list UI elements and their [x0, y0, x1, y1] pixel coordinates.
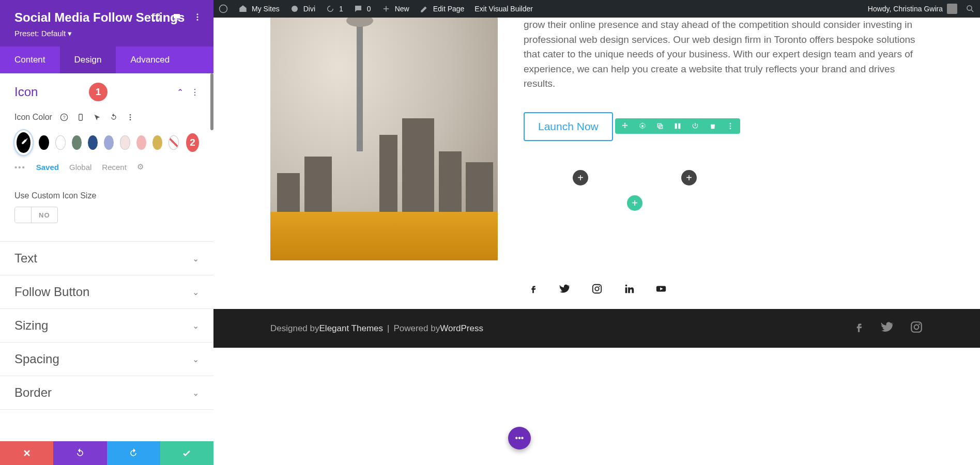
svg-point-9: [220, 5, 227, 13]
redo-button[interactable]: [107, 441, 160, 465]
delete-icon[interactable]: [708, 121, 717, 131]
comments[interactable]: 0: [354, 4, 371, 13]
text-column: grow their online presence and stay ahea…: [524, 18, 923, 260]
tab-design[interactable]: Design: [60, 47, 116, 73]
toggle-label: NO: [32, 211, 57, 219]
expand-icon[interactable]: [151, 12, 161, 22]
section-more-icon[interactable]: ⋮: [191, 87, 199, 97]
twitter-icon[interactable]: [559, 283, 571, 295]
new[interactable]: New: [381, 4, 409, 13]
instagram-icon[interactable]: [591, 283, 603, 295]
linkedin-icon[interactable]: [623, 283, 635, 295]
powered-by: Powered by: [393, 323, 440, 334]
footer-sep: |: [387, 323, 389, 334]
divi-site[interactable]: Divi: [290, 4, 315, 13]
youtube-icon[interactable]: [655, 283, 667, 295]
tab-advanced[interactable]: Advanced: [116, 47, 184, 73]
tabs: Content Design Advanced: [0, 47, 213, 73]
svg-point-10: [292, 6, 298, 12]
svg-point-18: [730, 125, 731, 127]
exit-visual-builder[interactable]: Exit Visual Builder: [474, 5, 533, 13]
sizing-section[interactable]: Sizing⌄: [0, 309, 213, 342]
svg-point-21: [595, 287, 599, 290]
site-footer: Designed by Elegant Themes | Powered by …: [213, 309, 980, 348]
option-more-icon[interactable]: [126, 113, 135, 122]
move-icon[interactable]: [620, 121, 630, 131]
swatch-white[interactable]: [55, 135, 66, 150]
tab-content[interactable]: Content: [0, 47, 60, 73]
swatch-8[interactable]: [152, 135, 162, 150]
svg-text:?: ?: [63, 115, 65, 120]
add-row[interactable]: +: [627, 195, 642, 211]
responsive-icon[interactable]: [172, 12, 181, 22]
chevron-down-icon: ⌄: [192, 254, 199, 264]
gear-icon[interactable]: [638, 121, 647, 131]
facebook-icon[interactable]: [527, 283, 539, 295]
custom-size-toggle[interactable]: NO: [14, 207, 58, 223]
wordpress-link[interactable]: WordPress: [440, 323, 483, 334]
toolbar-more-icon[interactable]: [726, 121, 735, 131]
icon-section-head[interactable]: Icon 1 ⌃ ⋮: [0, 73, 213, 111]
custom-size-label: Use Custom Icon Size: [14, 191, 199, 200]
updates[interactable]: 1: [326, 4, 343, 13]
builder-fab[interactable]: •••: [508, 427, 531, 450]
palette-global[interactable]: Global: [69, 163, 91, 172]
main-area: My Sites Divi 1 0 New Edit Page Exit Vis…: [213, 0, 980, 465]
svg-rect-20: [592, 285, 601, 293]
add-module-left[interactable]: +: [573, 170, 588, 185]
more-icon[interactable]: [193, 12, 202, 22]
hover-icon[interactable]: [93, 113, 102, 122]
cancel-button[interactable]: [0, 441, 53, 465]
sidebar-header: Social Media Follow Settings Preset: Def…: [0, 0, 213, 47]
save-library-icon[interactable]: [673, 121, 682, 131]
edit-page[interactable]: Edit Page: [420, 4, 465, 13]
svg-point-2: [197, 19, 198, 21]
search-icon[interactable]: [966, 4, 975, 13]
swatch-none[interactable]: [169, 135, 179, 150]
preset-dropdown[interactable]: Preset: Default ▾: [14, 29, 199, 38]
swatch-black[interactable]: [39, 135, 49, 150]
svg-point-17: [730, 123, 731, 125]
undo-button[interactable]: [53, 441, 106, 465]
spacing-section[interactable]: Spacing⌄: [0, 343, 213, 376]
elegant-themes-link[interactable]: Elegant Themes: [319, 323, 383, 334]
swatch-6[interactable]: [120, 135, 130, 150]
toggle-knob: [15, 207, 32, 223]
footer-instagram-icon[interactable]: [910, 320, 923, 336]
reset-icon[interactable]: [109, 113, 118, 122]
footer-facebook-icon[interactable]: [852, 320, 865, 336]
palette-settings-icon[interactable]: ⚙: [137, 162, 144, 172]
duplicate-icon[interactable]: [655, 121, 665, 131]
color-swatches: 2: [14, 130, 199, 155]
chevron-down-icon: ⌄: [192, 287, 199, 297]
color-picker-eyedropper[interactable]: [14, 130, 33, 155]
footer-twitter-icon[interactable]: [881, 320, 894, 336]
wp-logo-icon[interactable]: [219, 4, 228, 13]
add-module-right[interactable]: +: [681, 170, 697, 185]
launch-button[interactable]: Launch Now: [524, 112, 613, 141]
designed-by: Designed by: [270, 323, 319, 334]
palette-recent[interactable]: Recent: [102, 163, 127, 172]
device-icon[interactable]: [76, 113, 85, 122]
swatch-5[interactable]: [104, 135, 114, 150]
badge-1: 1: [89, 83, 108, 101]
my-sites[interactable]: My Sites: [238, 4, 280, 13]
palette-more-icon[interactable]: •••: [14, 163, 26, 172]
power-icon[interactable]: [691, 121, 700, 131]
wp-admin-bar: My Sites Divi 1 0 New Edit Page Exit Vis…: [213, 0, 980, 18]
howdy[interactable]: Howdy, Christina Gwira: [868, 4, 957, 14]
swatch-3[interactable]: [72, 135, 82, 150]
svg-point-22: [599, 286, 600, 287]
social-follow-row: [213, 260, 980, 309]
text-section[interactable]: Text⌄: [0, 242, 213, 275]
help-icon[interactable]: ?: [59, 113, 69, 122]
follow-button-section[interactable]: Follow Button⌄: [0, 275, 213, 308]
swatch-7[interactable]: [136, 135, 146, 150]
save-button[interactable]: [160, 441, 213, 465]
border-section[interactable]: Border⌄: [0, 376, 213, 409]
icon-section-title: Icon: [14, 85, 84, 99]
swatch-4[interactable]: [88, 135, 98, 150]
palette-saved[interactable]: Saved: [36, 163, 59, 172]
svg-rect-15: [675, 123, 677, 129]
svg-point-12: [641, 125, 644, 127]
